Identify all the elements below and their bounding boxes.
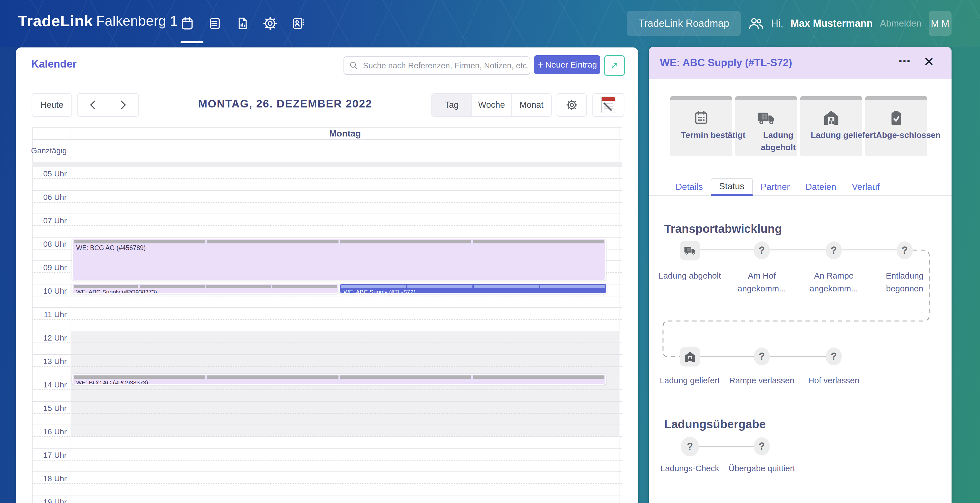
question-icon: ? — [759, 245, 765, 256]
clipboard-check-icon — [865, 100, 927, 126]
avatar[interactable]: M M — [929, 11, 951, 36]
tab-dateien[interactable]: Dateien — [797, 178, 844, 196]
calendar-icon[interactable] — [180, 16, 194, 31]
roadmap-button[interactable]: TradeLink Roadmap — [627, 11, 741, 36]
logout-link[interactable]: Abmelden — [880, 18, 921, 29]
status-card-termin[interactable]: Termin bestätigt — [670, 96, 732, 156]
view-tag[interactable]: Tag — [432, 94, 471, 116]
allday-label: Ganztägig — [32, 140, 71, 162]
hour-label: 10 Uhr — [32, 285, 71, 307]
today-button[interactable]: Heute — [32, 93, 72, 117]
detail-panel-header: WE: ABC Supply (#TL-S72) ••• ✕ — [649, 47, 951, 79]
status-card-bar — [865, 96, 927, 100]
hour-cell[interactable] — [71, 495, 619, 503]
step-am-hof[interactable]: ? — [754, 242, 770, 259]
search-input[interactable] — [363, 61, 530, 71]
plus-icon: + — [538, 59, 544, 71]
view-woche[interactable]: Woche — [471, 94, 511, 116]
calendar-event[interactable]: WE: ABC Supply (#PO938373) — [72, 283, 339, 294]
detail-tabs: Details Status Partner Dateien Verlauf — [649, 178, 951, 196]
view-monat[interactable]: Monat — [511, 94, 551, 116]
navbar-right: TradeLink Roadmap Hi, Max Mustermann Abm… — [627, 0, 951, 47]
question-icon: ? — [759, 350, 765, 362]
calendar-card: Kalender + Neuer Eintrag Heute — [16, 48, 638, 503]
hour-cell[interactable] — [71, 472, 619, 495]
warehouse-icon — [800, 100, 862, 126]
step-label: Hof verlassen — [800, 374, 867, 387]
step-label: Entladung begonnen — [871, 269, 938, 295]
step-label: Ladungs-Check — [656, 462, 723, 475]
status-card-bar — [735, 96, 797, 100]
new-entry-button[interactable]: + Neuer Eintrag — [534, 55, 600, 74]
status-cards: Termin bestätigt Ladung abgeholt — [670, 96, 927, 156]
event-label: WE: BCG AG (#456789) — [76, 244, 605, 252]
more-menu-icon[interactable]: ••• — [899, 56, 911, 66]
active-nav-underline — [181, 41, 204, 43]
step-ladungs-check[interactable]: ? — [681, 437, 699, 456]
contact-card-icon[interactable] — [291, 16, 305, 31]
next-day-button[interactable] — [108, 94, 138, 116]
hour-cell[interactable] — [71, 191, 619, 213]
step-ladung-abgeholt[interactable] — [680, 241, 700, 260]
calendar-check-icon — [670, 100, 732, 126]
view-switcher: Tag Woche Monat — [431, 93, 552, 117]
close-icon[interactable]: ✕ — [923, 54, 934, 69]
event-progress-segments — [74, 240, 605, 244]
event-progress-segments — [341, 285, 605, 288]
step-an-rampe[interactable]: ? — [826, 242, 842, 259]
people-icon[interactable] — [748, 16, 764, 31]
status-card-label: Abge-schlossen — [865, 129, 927, 141]
hour-cell[interactable] — [71, 425, 619, 448]
step-uebergabe-quittiert[interactable]: ? — [754, 438, 770, 455]
question-icon: ? — [902, 245, 908, 256]
step-entladung[interactable]: ? — [897, 242, 913, 259]
tab-status[interactable]: Status — [711, 178, 753, 196]
calendar-event-selected[interactable]: WE: ABC Supply (#TL-S72) — [339, 283, 607, 294]
calendar-event[interactable]: WE: BCG AG (#456789) — [72, 238, 606, 280]
clipboard-list-icon[interactable] — [208, 16, 222, 31]
gear-icon[interactable] — [263, 16, 277, 31]
expand-button[interactable] — [604, 55, 625, 76]
calendar-settings-button[interactable] — [557, 93, 587, 117]
grid-separator — [32, 162, 622, 167]
hour-label: 16 Uhr — [32, 425, 71, 448]
question-icon: ? — [831, 245, 837, 256]
status-card-label: Termin bestätigt — [670, 129, 732, 141]
user-name: Max Mustermann — [791, 18, 873, 29]
hour-label: 05 Uhr — [32, 167, 71, 190]
brand-logo[interactable]: TradeLink — [18, 12, 93, 30]
prev-day-button[interactable] — [78, 94, 108, 116]
allday-cell[interactable] — [71, 140, 619, 162]
hour-cell[interactable] — [71, 167, 619, 190]
step-label: Ladung abgeholt — [656, 269, 723, 282]
step-hof-verlassen[interactable]: ? — [826, 347, 842, 365]
detail-panel: WE: ABC Supply (#TL-S72) ••• ✕ Termin be… — [649, 47, 951, 503]
hour-cell[interactable] — [71, 449, 619, 471]
document-chart-icon[interactable] — [235, 16, 250, 31]
date-picker-button[interactable] — [592, 93, 624, 117]
greeting-prefix: Hi, — [771, 18, 783, 29]
site-name: Falkenberg 1 — [96, 13, 178, 29]
calendar-event[interactable]: WE: BCG AG (#PO938373) — [72, 374, 606, 385]
status-card-abgeschlossen[interactable]: Abge-schlossen — [865, 96, 927, 156]
new-entry-label: Neuer Eintrag — [545, 60, 597, 70]
step-ladung-geliefert[interactable] — [680, 347, 700, 366]
step-label: An Rampe angekomm... — [800, 269, 867, 295]
day-grid: Montag Ganztägig 05 Uhr 06 Uhr 07 Uhr 08… — [32, 127, 622, 503]
hour-cell[interactable] — [71, 402, 619, 425]
event-label: WE: ABC Supply (#TL-S72) — [344, 289, 606, 294]
hour-cell[interactable] — [71, 308, 619, 331]
hour-cell[interactable] — [71, 331, 619, 354]
hour-label: 11 Uhr — [32, 308, 71, 331]
step-rampe-verlassen[interactable]: ? — [754, 347, 770, 365]
truck-icon — [684, 246, 696, 255]
hour-label: 08 Uhr — [32, 237, 71, 260]
hour-cell[interactable] — [71, 214, 619, 237]
tab-partner[interactable]: Partner — [753, 178, 798, 196]
status-card-abgeholt[interactable]: Ladung abgeholt — [735, 96, 797, 156]
date-heading: MONTAG, 26. DEZEMBER 2022 — [194, 98, 376, 110]
step-connector — [842, 250, 897, 250]
tab-verlauf[interactable]: Verlauf — [844, 178, 888, 196]
tab-details[interactable]: Details — [668, 178, 711, 196]
day-header: Montag — [71, 127, 619, 139]
